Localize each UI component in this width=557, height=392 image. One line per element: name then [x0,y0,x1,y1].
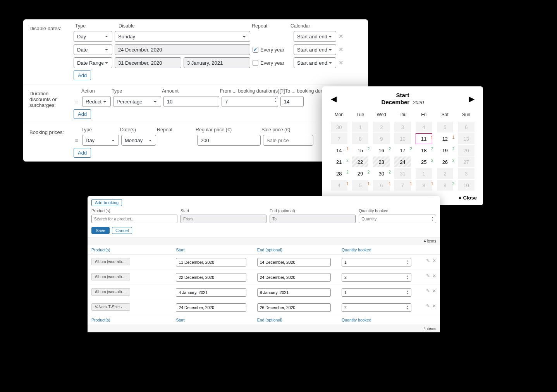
col-type: Type [112,88,162,94]
row-qty-input[interactable] [342,258,411,266]
every-year-checkbox[interactable] [253,60,258,66]
th-products[interactable]: Product(s) [88,245,172,255]
row-qty-input[interactable] [342,288,411,297]
calendar-day[interactable]: 252 [413,156,435,168]
product-tag[interactable]: Album (woo-album) [91,288,130,296]
table-row: Album (woo-album)✎✕ [88,270,440,285]
product-tag[interactable]: V-Neck T-Shirt - Green (woo-vneck) [91,303,130,311]
end-input[interactable] [270,215,356,223]
sale-price-input[interactable] [263,135,313,146]
edit-icon[interactable]: ✎ [426,303,430,309]
drag-handle-icon[interactable]: ≡ [74,98,80,105]
price-date-select[interactable]: Monday [121,135,156,146]
add-button[interactable]: Add [74,109,91,119]
calendar-select[interactable]: Start and end [294,57,336,68]
tf-end[interactable]: End (optional) [253,315,338,325]
add-button[interactable]: Add [74,70,91,80]
save-button[interactable]: Save [91,227,110,234]
delete-icon[interactable]: ✕ [432,288,436,294]
date-from-input[interactable] [115,57,181,68]
type-select[interactable]: Date Range [74,57,112,68]
action-select[interactable]: Reduction [82,96,111,107]
row-end-input[interactable] [257,258,331,266]
product-tag[interactable]: Album (woo-album) [91,258,130,265]
row-end-input[interactable] [257,288,331,297]
availability-badge: 2 [430,158,435,163]
tf-products[interactable]: Product(s) [88,315,172,325]
calendar-day[interactable]: 182 [413,144,435,156]
calendar-select[interactable]: Start and end [294,44,336,55]
drag-handle-icon[interactable]: ≡ [74,137,80,144]
calendar-day[interactable]: 192 [435,144,456,156]
type-select[interactable]: Date [74,44,112,55]
delete-icon[interactable]: ✕ [339,59,344,66]
calendar-day: 92 [435,179,456,191]
to-input[interactable] [280,96,304,107]
next-month-icon[interactable]: ▶ [466,94,477,103]
qty-input[interactable] [359,215,436,223]
row-start-input[interactable] [176,273,246,282]
start-input[interactable] [181,215,266,223]
disable-select[interactable]: Sunday [115,31,250,42]
row-end-input[interactable] [257,273,331,282]
from-input[interactable] [222,96,278,107]
calendar-day: 51 [350,179,371,191]
calendar-day[interactable]: 162 [371,144,392,156]
row-start-input[interactable] [176,258,246,266]
regular-price-input[interactable] [197,135,261,146]
date-to-input[interactable] [184,57,250,68]
amount-input[interactable] [163,96,219,107]
prev-month-icon[interactable]: ◀ [328,94,339,103]
delete-icon[interactable]: ✕ [339,46,344,53]
every-year-checkbox[interactable] [253,47,258,53]
delete-icon[interactable]: ✕ [339,33,344,40]
price-type-select[interactable]: Day [82,135,119,146]
calendar-day[interactable]: 262 [435,156,456,168]
every-year-label: Every year [260,60,284,66]
calendar-day: 22 [350,156,371,168]
row-start-input[interactable] [176,303,246,312]
delete-icon[interactable]: ✕ [432,258,436,263]
edit-icon[interactable]: ✎ [426,258,430,263]
calendar-day[interactable]: 141 [328,144,350,156]
date-input[interactable] [115,44,250,55]
delete-icon[interactable]: ✕ [432,303,436,309]
type-select[interactable]: Day [74,31,112,42]
add-button[interactable]: Add [74,148,91,158]
add-booking-button[interactable]: Add booking [91,199,122,206]
calendar-year: 2020 [413,100,424,105]
th-start[interactable]: Start [172,245,253,255]
edit-icon[interactable]: ✎ [426,273,430,279]
settings-panel: Disable dates: Type Disable Repeat Calen… [23,19,368,162]
calendar-day[interactable]: 302 [371,168,392,179]
row-qty-input[interactable] [342,273,411,282]
th-end[interactable]: End (optional) [253,245,338,255]
availability-badge: 1 [430,181,435,186]
tf-qty[interactable]: Quantity booked [338,315,415,325]
calendar-select[interactable]: Start and end [294,31,336,42]
calendar-day[interactable]: 121 [435,133,456,144]
th-qty[interactable]: Quantity booked [338,245,415,255]
col-from: From ... booking duration(s)[?] [220,88,285,94]
calendar-day[interactable]: 292 [350,168,371,179]
product-search-input[interactable] [91,215,177,223]
cancel-button[interactable]: Cancel [112,227,132,234]
availability-badge: 1 [430,135,434,140]
availability-badge: 2 [366,146,371,151]
tf-start[interactable]: Start [172,315,253,325]
row-end-input[interactable] [257,303,331,312]
calendar-day: 8 [350,133,371,144]
calendar-day[interactable]: 212 [328,156,350,168]
edit-icon[interactable]: ✎ [426,288,430,294]
product-tag[interactable]: Album (woo-album) [91,273,130,280]
availability-badge: 1 [366,181,371,186]
calendar-day[interactable]: 111 [413,133,435,144]
row-qty-input[interactable] [342,303,411,312]
calendar-day[interactable]: 152 [350,144,371,156]
calendar-day[interactable]: 282 [328,168,350,179]
calendar-day: 41 [328,179,350,191]
delete-icon[interactable]: ✕ [432,273,436,279]
disc-type-select[interactable]: Percentage [113,96,161,107]
row-start-input[interactable] [176,288,246,297]
calendar-day[interactable]: 172 [392,144,413,156]
